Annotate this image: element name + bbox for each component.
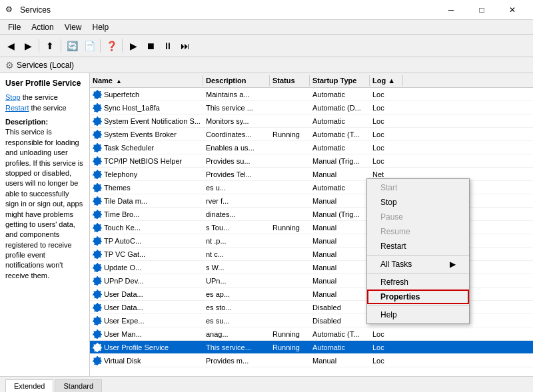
ctx-restart[interactable]: Restart bbox=[367, 239, 469, 254]
forward-button[interactable]: ▶ bbox=[20, 38, 36, 54]
refresh-button[interactable]: 🔄 bbox=[64, 38, 80, 54]
menu-item-action[interactable]: Action bbox=[26, 21, 59, 33]
export-button[interactable]: 📄 bbox=[81, 38, 97, 54]
cell-startup: Automatic (T... bbox=[310, 130, 370, 139]
cell-startup: Automatic bbox=[310, 116, 370, 126]
col-header-log[interactable]: Log ▲ bbox=[370, 75, 403, 86]
cell-status bbox=[270, 320, 310, 321]
cell-status bbox=[270, 307, 310, 308]
cell-status: Running bbox=[270, 343, 310, 352]
title-bar: ⚙ Services ─ □ ✕ bbox=[0, 0, 533, 20]
menu-item-file[interactable]: File bbox=[3, 21, 26, 33]
help-button[interactable]: ❓ bbox=[103, 38, 119, 54]
address-icon: ⚙ bbox=[5, 60, 14, 71]
back-button[interactable]: ◀ bbox=[3, 38, 19, 54]
ctx-stop[interactable]: Stop bbox=[367, 195, 469, 210]
cell-startup: Manual bbox=[310, 290, 370, 299]
service-name-text: System Events Broker bbox=[104, 130, 177, 138]
service-name-text: TP VC Gat... bbox=[104, 250, 145, 258]
table-row[interactable]: Sync Host_1a8faThis service ...Automatic… bbox=[90, 101, 533, 114]
cell-desc: Provides Tel... bbox=[203, 170, 270, 179]
menu-bar: FileActionViewHelp bbox=[0, 20, 533, 35]
cell-desc: Enables a us... bbox=[203, 143, 270, 152]
cell-startup: Manual bbox=[310, 263, 370, 272]
tab-standard[interactable]: Standard bbox=[55, 379, 102, 392]
cell-status bbox=[270, 147, 310, 148]
start-service-button[interactable]: ▶ bbox=[125, 38, 141, 54]
cell-startup: Manual (Trig... bbox=[310, 156, 370, 166]
cell-status bbox=[270, 94, 310, 95]
cell-name: User Profile Service bbox=[90, 342, 203, 353]
service-name-text: Themes bbox=[104, 184, 131, 192]
maximize-button[interactable]: □ bbox=[466, 0, 497, 20]
service-name-text: Telephony bbox=[104, 170, 137, 178]
cell-log: Loc bbox=[370, 90, 403, 99]
cell-status: Running bbox=[270, 223, 310, 232]
ctx-resume: Resume bbox=[367, 224, 469, 239]
menu-item-view[interactable]: View bbox=[59, 21, 87, 33]
col-header-status[interactable]: Status bbox=[270, 75, 310, 86]
cell-name: TP AutoC... bbox=[90, 236, 203, 246]
cell-startup: Automatic bbox=[310, 90, 370, 99]
cell-startup: Manual bbox=[310, 170, 370, 179]
service-name-text: User Profile Service bbox=[104, 343, 169, 351]
cell-name: Themes bbox=[90, 182, 203, 193]
tab-extended[interactable]: Extended bbox=[5, 379, 53, 392]
cell-desc: s W... bbox=[203, 263, 270, 272]
table-row[interactable]: System Events BrokerCoordinates...Runnin… bbox=[90, 128, 533, 141]
cell-name: User Data... bbox=[90, 289, 203, 299]
service-name-text: User Expe... bbox=[104, 317, 145, 325]
table-row[interactable]: User Man...anag...RunningAutomatic (T...… bbox=[90, 327, 533, 341]
toolbar-separator-2 bbox=[61, 39, 61, 53]
up-button[interactable]: ⬆ bbox=[42, 38, 58, 54]
cell-log: Net bbox=[370, 170, 403, 179]
col-header-desc[interactable]: Description bbox=[203, 75, 270, 86]
stop-service-button[interactable]: ⏹ bbox=[143, 38, 159, 54]
ctx-properties[interactable]: Properties bbox=[367, 290, 469, 304]
cell-startup: Manual bbox=[310, 196, 370, 206]
cell-startup: Manual (Trig... bbox=[310, 210, 370, 219]
cell-name: User Man... bbox=[90, 329, 203, 339]
cell-log: Loc bbox=[370, 356, 403, 365]
restart-service-link[interactable]: Restart bbox=[5, 104, 29, 112]
left-panel: User Profile Service Stop the service Re… bbox=[0, 73, 90, 376]
table-row[interactable]: SuperfetchMaintains a...AutomaticLoc bbox=[90, 88, 533, 101]
minimize-button[interactable]: ─ bbox=[436, 0, 466, 20]
col-header-startup[interactable]: Startup Type bbox=[310, 75, 370, 86]
close-button[interactable]: ✕ bbox=[497, 0, 528, 20]
cell-desc: nt .p... bbox=[203, 236, 270, 246]
ctx-help[interactable]: Help bbox=[367, 307, 469, 322]
service-icon bbox=[93, 303, 102, 312]
service-name-text: Superfetch bbox=[104, 91, 139, 98]
resume-service-button[interactable]: ⏭ bbox=[177, 38, 193, 54]
cell-name: Time Bro... bbox=[90, 209, 203, 220]
description-label: Description: bbox=[5, 118, 48, 126]
table-row[interactable]: Virtual DiskProvides m...ManualLoc bbox=[90, 354, 533, 367]
cell-status bbox=[270, 160, 310, 162]
table-row[interactable]: System Event Notification S...Monitors s… bbox=[90, 114, 533, 128]
service-name-text: User Data... bbox=[104, 303, 143, 311]
ctx-item-label: All Tasks bbox=[380, 260, 412, 269]
description-text: This service is responsible for loading … bbox=[5, 128, 83, 279]
ctx-all-tasks[interactable]: All Tasks▶ bbox=[367, 257, 469, 272]
service-name-text: Tile Data m... bbox=[104, 197, 147, 205]
cell-name: Tile Data m... bbox=[90, 196, 203, 206]
cell-name: Task Scheduler bbox=[90, 142, 203, 153]
stop-service-link[interactable]: Stop bbox=[5, 93, 21, 101]
service-name-text: TCP/IP NetBIOS Helper bbox=[104, 157, 182, 165]
pause-service-button[interactable]: ⏸ bbox=[160, 38, 176, 54]
menu-item-help[interactable]: Help bbox=[87, 21, 115, 33]
toolbar: ◀ ▶ ⬆ 🔄 📄 ❓ ▶ ⏹ ⏸ ⏭ bbox=[0, 35, 533, 57]
table-row[interactable]: TCP/IP NetBIOS HelperProvides su...Manua… bbox=[90, 154, 533, 168]
table-row[interactable]: Task SchedulerEnables a us...AutomaticLo… bbox=[90, 141, 533, 154]
table-row[interactable]: User Profile ServiceThis service...Runni… bbox=[90, 341, 533, 354]
cell-startup: Automatic (D... bbox=[310, 103, 370, 112]
service-icon bbox=[93, 156, 102, 166]
services-header: Name ▲ Description Status Startup Type L… bbox=[90, 73, 533, 88]
cell-name: System Events Broker bbox=[90, 129, 203, 140]
cell-name: Superfetch bbox=[90, 89, 203, 100]
col-header-name[interactable]: Name ▲ bbox=[90, 75, 203, 86]
cell-desc: s Tou... bbox=[203, 223, 270, 232]
ctx-refresh[interactable]: Refresh bbox=[367, 275, 469, 290]
service-name-text: System Event Notification S... bbox=[104, 117, 201, 125]
